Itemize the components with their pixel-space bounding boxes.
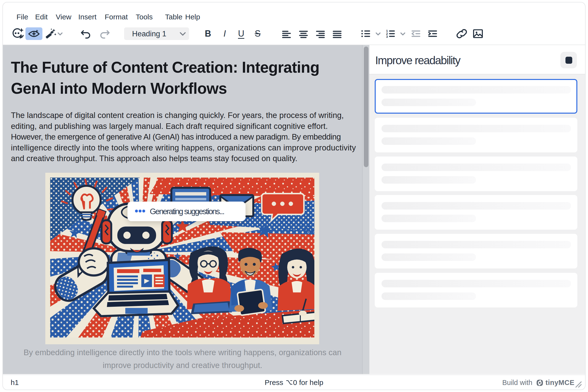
- svg-text:3: 3: [386, 35, 388, 38]
